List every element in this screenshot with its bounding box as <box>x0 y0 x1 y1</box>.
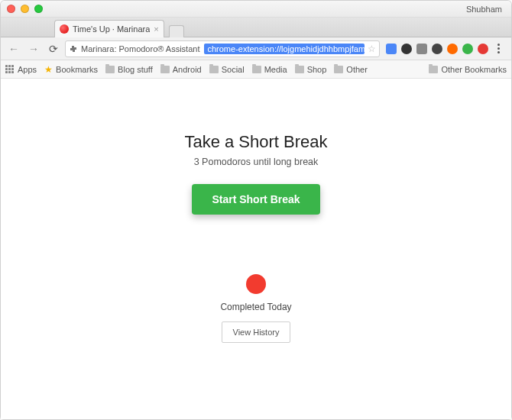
completed-today-label: Completed Today <box>134 302 378 312</box>
extension-icon-1[interactable] <box>386 44 397 54</box>
chrome-menu-button[interactable] <box>493 44 504 54</box>
browser-window: Shubham Time's Up · Marinara × ← → ⟳ Mar… <box>0 0 512 420</box>
bookmarks-folder-shop[interactable]: Shop <box>295 65 327 74</box>
minimize-window-button[interactable] <box>21 5 29 13</box>
bookmarks-folder-label: Other <box>346 65 368 74</box>
fullscreen-window-button[interactable] <box>34 5 43 13</box>
browser-tab[interactable]: Time's Up · Marinara × <box>54 20 164 37</box>
folder-icon <box>252 66 261 73</box>
forward-button[interactable]: → <box>25 40 42 57</box>
apps-icon <box>5 65 15 74</box>
view-history-button[interactable]: View History <box>222 321 291 343</box>
toolbar: ← → ⟳ Marinara: Pomodoro® Assistant chro… <box>1 37 511 60</box>
folder-icon <box>209 66 219 73</box>
folder-icon <box>429 66 438 73</box>
extension-icon-4[interactable] <box>432 44 442 54</box>
bookmarks-apps-label: Apps <box>18 65 37 74</box>
bookmarks-folder-label: Social <box>222 65 245 74</box>
tab-title: Time's Up · Marinara <box>73 24 150 34</box>
reload-button[interactable]: ⟳ <box>45 40 62 57</box>
folder-icon <box>105 66 115 73</box>
other-bookmarks[interactable]: Other Bookmarks <box>429 65 507 74</box>
bookmarks-favorites-label: Bookmarks <box>56 65 98 74</box>
bookmarks-folder-blog[interactable]: Blog stuff <box>105 65 153 74</box>
start-short-break-button[interactable]: Start Short Break <box>192 184 319 215</box>
extension-icons <box>383 44 507 54</box>
bookmarks-folder-label: Blog stuff <box>118 65 153 74</box>
folder-icon <box>295 66 304 73</box>
omnibox-url-selected: chrome-extension://lojgmehidjdhhbmpjfamh… <box>204 44 365 54</box>
break-panel: Take a Short Break 3 Pomodoros until lon… <box>134 132 378 419</box>
page-title: Take a Short Break <box>134 132 378 152</box>
bookmarks-folder-label: Shop <box>307 65 327 74</box>
traffic-lights <box>7 5 43 13</box>
folder-icon <box>334 66 343 73</box>
bookmarks-bar: Apps ★ Bookmarks Blog stuff Android Soci… <box>1 60 511 79</box>
address-bar[interactable]: Marinara: Pomodoro® Assistant chrome-ext… <box>65 40 380 57</box>
bookmarks-folder-media[interactable]: Media <box>252 65 287 74</box>
folder-icon <box>160 66 170 73</box>
bookmark-star-icon[interactable]: ☆ <box>368 44 376 54</box>
extension-icon-3[interactable] <box>416 44 427 54</box>
extension-icon-5[interactable] <box>447 44 458 54</box>
other-bookmarks-label: Other Bookmarks <box>441 65 507 74</box>
page-content: Take a Short Break 3 Pomodoros until lon… <box>1 79 511 419</box>
extension-icon-7[interactable] <box>478 44 488 54</box>
completed-pomodoro-dot-icon <box>246 274 266 294</box>
bookmarks-folder-other[interactable]: Other <box>334 65 368 74</box>
close-tab-button[interactable]: × <box>154 24 158 34</box>
profile-name[interactable]: Shubham <box>466 5 505 14</box>
mac-titlebar: Shubham <box>1 1 511 18</box>
bookmarks-favorites[interactable]: ★ Bookmarks <box>44 64 98 75</box>
bookmarks-folder-label: Android <box>173 65 202 74</box>
omnibox-site-title: Marinara: Pomodoro® Assistant <box>81 44 201 53</box>
extension-icon-6[interactable] <box>462 44 473 54</box>
star-icon: ★ <box>44 64 53 75</box>
bookmarks-folder-label: Media <box>264 65 287 74</box>
tab-favicon-tomato-icon <box>60 24 69 34</box>
bookmarks-apps[interactable]: Apps <box>5 65 37 74</box>
tab-strip: Time's Up · Marinara × <box>1 18 511 37</box>
new-tab-button[interactable] <box>169 25 184 37</box>
extension-icon <box>69 44 78 53</box>
close-window-button[interactable] <box>7 5 15 13</box>
back-button[interactable]: ← <box>5 40 22 57</box>
bookmarks-folder-android[interactable]: Android <box>160 65 202 74</box>
page-subtitle: 3 Pomodoros until long break <box>134 157 378 167</box>
extension-icon-2[interactable] <box>401 44 412 54</box>
bookmarks-folder-social[interactable]: Social <box>209 65 245 74</box>
